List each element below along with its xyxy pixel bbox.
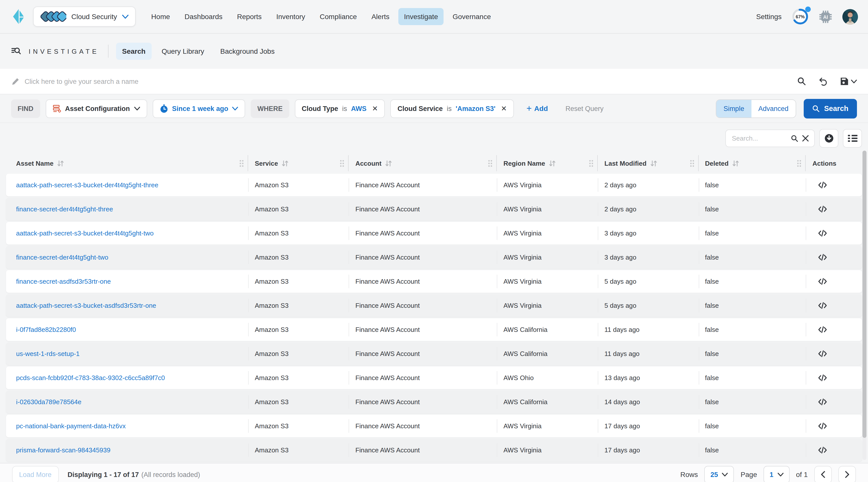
view-code-icon[interactable] <box>817 325 828 334</box>
column-header-account[interactable]: Account <box>349 153 497 174</box>
sort-icon[interactable] <box>549 160 556 166</box>
asset-name-link[interactable]: finance-secret-der4t4tg5ght-three <box>16 205 113 213</box>
chevron-down-icon <box>722 472 728 477</box>
view-code-icon[interactable] <box>817 204 828 214</box>
ai-assistant-icon[interactable]: AI <box>819 10 832 23</box>
time-range-dropdown[interactable]: Since 1 week ago <box>152 99 245 118</box>
page-select[interactable]: 1 <box>764 466 789 482</box>
module-selector[interactable]: Cloud Security <box>33 6 135 27</box>
asset-name-link[interactable]: i-0f7fad8e82b2280f0 <box>16 326 76 333</box>
run-search-button[interactable]: Search <box>803 99 857 118</box>
nav-item-inventory[interactable]: Inventory <box>271 8 311 25</box>
nav-item-home[interactable]: Home <box>146 8 176 25</box>
column-drag-handle-icon[interactable] <box>798 160 801 166</box>
cell-deleted: false <box>699 439 806 461</box>
view-code-icon[interactable] <box>817 349 828 358</box>
scrollbar-thumb[interactable] <box>863 151 867 438</box>
undo-icon[interactable] <box>818 76 828 86</box>
nav-item-governance[interactable]: Governance <box>447 8 497 25</box>
column-header-actions[interactable]: Actions <box>806 153 862 174</box>
view-code-icon[interactable] <box>817 301 828 310</box>
cell-service: Amazon S3 <box>248 439 349 461</box>
previous-page-button[interactable] <box>814 466 832 482</box>
sort-icon[interactable] <box>732 160 740 166</box>
chevron-down-icon <box>134 106 140 111</box>
view-code-icon[interactable] <box>817 253 828 262</box>
sort-icon[interactable] <box>57 160 65 166</box>
remove-filter-icon[interactable]: ✕ <box>372 104 378 113</box>
tab-query-library[interactable]: Query Library <box>155 43 210 60</box>
reset-query-button[interactable]: Reset Query <box>563 104 607 113</box>
load-more-button[interactable]: Load More <box>12 466 59 482</box>
filter-chip[interactable]: Cloud Service is 'Amazon S3' ✕ <box>391 99 514 118</box>
mode-advanced[interactable]: Advanced <box>751 100 796 117</box>
view-code-icon[interactable] <box>817 373 828 383</box>
asset-name-link[interactable]: i-02630da789e78564e <box>16 398 82 406</box>
sort-icon[interactable] <box>282 160 289 166</box>
column-header-asset-name[interactable]: Asset Name <box>6 153 248 174</box>
search-name-field[interactable]: Click here to give your search a name <box>25 77 138 85</box>
top-nav-right: Settings 67% AI <box>756 8 858 25</box>
cell-account: Finance AWS Account <box>349 294 497 317</box>
next-page-button[interactable] <box>838 466 856 482</box>
asset-name-link[interactable]: us-west-1-rds-setup-1 <box>16 350 80 357</box>
asset-name-link[interactable]: pcds-scan-fcbb920f-c783-38ac-9302-c6cc5a… <box>16 374 165 382</box>
tab-background-jobs[interactable]: Background Jobs <box>214 43 281 60</box>
asset-name-link[interactable]: aattack-path-secret-s3-bucket-der4t4tg5g… <box>16 229 154 237</box>
asset-name-link[interactable]: finance-secret-der4t4tg5ght-two <box>16 254 108 261</box>
tab-search[interactable]: Search <box>116 43 151 60</box>
cell-region: AWS Virginia <box>497 198 598 220</box>
table-search-input[interactable] <box>731 134 787 142</box>
clear-search-icon[interactable] <box>802 134 809 142</box>
filter-value: AWS <box>351 105 367 112</box>
add-filter-button[interactable]: + Add <box>523 103 551 114</box>
asset-name-link[interactable]: aattack-path-secret-s3-bucket-asdfsd3r53… <box>16 302 156 309</box>
settings-link[interactable]: Settings <box>756 12 782 21</box>
remove-filter-icon[interactable]: ✕ <box>501 104 507 113</box>
column-header-service[interactable]: Service <box>248 153 349 174</box>
asset-name-link[interactable]: aattack-path-secret-s3-bucket-der4t4tg5g… <box>16 181 158 189</box>
cell-service: Amazon S3 <box>248 198 349 220</box>
nav-item-compliance[interactable]: Compliance <box>314 8 363 25</box>
user-avatar[interactable] <box>842 9 858 24</box>
sort-icon[interactable] <box>650 160 657 166</box>
column-label: Region Name <box>503 159 545 167</box>
view-code-icon[interactable] <box>817 421 828 431</box>
asset-name-link[interactable]: finance-secret-asdfsd3r53rtr-one <box>16 278 111 285</box>
view-code-icon[interactable] <box>817 277 828 286</box>
sort-icon[interactable] <box>385 160 393 166</box>
entity-type-dropdown[interactable]: Asset Configuration <box>45 99 147 118</box>
column-drag-handle-icon[interactable] <box>690 160 694 166</box>
column-drag-handle-icon[interactable] <box>240 160 244 166</box>
usage-ring[interactable]: 67% <box>792 8 809 25</box>
column-drag-handle-icon[interactable] <box>340 160 344 166</box>
column-header-last-modified[interactable]: Last Modified <box>598 153 699 174</box>
view-code-icon[interactable] <box>817 397 828 407</box>
column-header-deleted[interactable]: Deleted <box>699 153 806 174</box>
view-code-icon[interactable] <box>817 445 828 455</box>
nav-item-alerts[interactable]: Alerts <box>366 8 395 25</box>
column-drag-handle-icon[interactable] <box>488 160 492 166</box>
asset-name-link[interactable]: prisma-forward-scan-984345939 <box>16 446 111 454</box>
column-label: Service <box>255 159 278 167</box>
nav-item-investigate[interactable]: Investigate <box>399 8 443 25</box>
filter-value: 'Amazon S3' <box>456 105 495 112</box>
manage-columns-button[interactable] <box>843 129 862 148</box>
search-icon[interactable] <box>790 134 799 142</box>
filter-chip[interactable]: Cloud Type is AWS ✕ <box>294 99 385 118</box>
view-code-icon[interactable] <box>817 180 828 190</box>
column-header-region-name[interactable]: Region Name <box>497 153 598 174</box>
cell-region: AWS California <box>497 343 598 365</box>
nav-item-reports[interactable]: Reports <box>231 8 267 25</box>
mode-simple[interactable]: Simple <box>717 100 751 117</box>
rows-per-page-select[interactable]: 25 <box>705 466 734 482</box>
asset-name-link[interactable]: pc-national-bank-payment-data-hz6vx <box>16 422 126 430</box>
nav-item-dashboards[interactable]: Dashboards <box>179 8 228 25</box>
save-icon[interactable] <box>840 77 857 86</box>
table-body: aattack-path-secret-s3-bucket-der4t4tg5g… <box>6 174 862 461</box>
view-code-icon[interactable] <box>817 228 828 238</box>
column-drag-handle-icon[interactable] <box>589 160 593 166</box>
search-icon[interactable] <box>797 77 806 86</box>
page-total: of 1 <box>796 471 808 479</box>
download-button[interactable] <box>819 129 838 148</box>
